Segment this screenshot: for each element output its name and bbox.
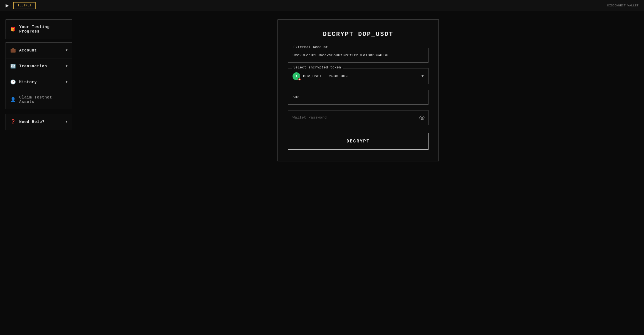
sidebar-item-claim[interactable]: 👤 Claim Testnet Assets	[6, 90, 72, 109]
select-token-label: Select encrypted token	[292, 66, 343, 70]
password-toggle-button[interactable]	[419, 115, 425, 120]
token-symbol: DOP_USDT	[303, 74, 322, 78]
select-field-left: T ● DOP_USDT 2000.000	[293, 72, 348, 80]
sidebar-item-testing-progress[interactable]: 🎁 Your Testing Progress	[6, 19, 72, 39]
token-amount: 2000.000	[329, 74, 348, 78]
user-info[interactable]: DISCONNECT WALLET	[607, 4, 638, 7]
history-label: History	[19, 80, 37, 84]
decrypt-button[interactable]: DECRYPT	[288, 133, 428, 150]
decrypt-card: DECRYPT DOP_USDT External Account Select…	[278, 19, 439, 161]
chevron-down-icon: ▼	[66, 80, 68, 84]
app-header: ▶ TESTNET DISCONNECT WALLET	[0, 0, 644, 11]
testnet-nav-button[interactable]: TESTNET	[13, 2, 36, 9]
external-account-field-group: External Account	[288, 48, 428, 63]
testing-progress-label: Your Testing Progress	[19, 25, 68, 34]
header-left: ▶ TESTNET	[6, 2, 36, 9]
token-label: DOP_USDT 2000.000	[303, 74, 348, 78]
token-badge: ●	[298, 78, 301, 81]
sidebar-item-left: 💼 Account	[10, 48, 37, 53]
sidebar-bottom: ❓ Need Help? ▼	[6, 114, 72, 130]
account-icon: 💼	[10, 48, 16, 53]
sidebar-item-help[interactable]: ❓ Need Help? ▼	[6, 114, 72, 130]
main-layout: 🎁 Your Testing Progress 💼 Account ▼ 🔄 Tr…	[0, 11, 644, 335]
external-account-label: External Account	[292, 45, 330, 49]
history-icon: 🕐	[10, 79, 16, 85]
chevron-down-icon: ▼	[66, 48, 68, 52]
main-content: DECRYPT DOP_USDT External Account Select…	[78, 19, 638, 327]
sidebar-item-account[interactable]: 💼 Account ▼	[6, 43, 72, 58]
sidebar-nav-group: 💼 Account ▼ 🔄 Transaction ▼ 🕐 History ▼	[6, 42, 72, 109]
help-icon: ❓	[10, 119, 16, 125]
amount-field-group	[288, 90, 428, 105]
token-icon: T ●	[293, 72, 300, 80]
account-label: Account	[19, 48, 37, 53]
select-chevron-icon: ▼	[422, 74, 424, 78]
eye-icon	[419, 115, 425, 120]
password-field-group	[288, 110, 428, 125]
sidebar-item-left: ❓ Need Help?	[10, 119, 44, 125]
amount-input[interactable]	[288, 90, 428, 105]
decrypt-title: DECRYPT DOP_USDT	[288, 31, 428, 38]
chevron-down-icon: ▼	[66, 64, 68, 68]
sidebar-item-left: 👤 Claim Testnet Assets	[10, 95, 68, 104]
logo-icon: ▶	[6, 2, 9, 9]
token-select[interactable]: T ● DOP_USDT 2000.000 ▼	[288, 68, 428, 84]
sidebar: 🎁 Your Testing Progress 💼 Account ▼ 🔄 Tr…	[6, 19, 72, 327]
header-right: DISCONNECT WALLET	[607, 4, 638, 7]
sidebar-item-transaction[interactable]: 🔄 Transaction ▼	[6, 58, 72, 74]
gift-icon: 🎁	[10, 26, 16, 32]
external-account-input[interactable]	[288, 48, 428, 63]
transaction-label: Transaction	[19, 64, 47, 68]
transaction-icon: 🔄	[10, 63, 16, 69]
chevron-down-icon: ▼	[66, 120, 68, 124]
claim-icon: 👤	[10, 97, 16, 102]
sidebar-item-left: 🔄 Transaction	[10, 63, 47, 69]
help-label: Need Help?	[19, 120, 44, 124]
password-input[interactable]	[288, 110, 428, 125]
sidebar-item-left: 🎁 Your Testing Progress	[10, 25, 68, 34]
select-token-field-group: Select encrypted token T ● DOP_USDT 2000…	[288, 68, 428, 84]
sidebar-item-history[interactable]: 🕐 History ▼	[6, 74, 72, 90]
sidebar-item-left: 🕐 History	[10, 79, 37, 85]
claim-label: Claim Testnet Assets	[19, 95, 68, 104]
